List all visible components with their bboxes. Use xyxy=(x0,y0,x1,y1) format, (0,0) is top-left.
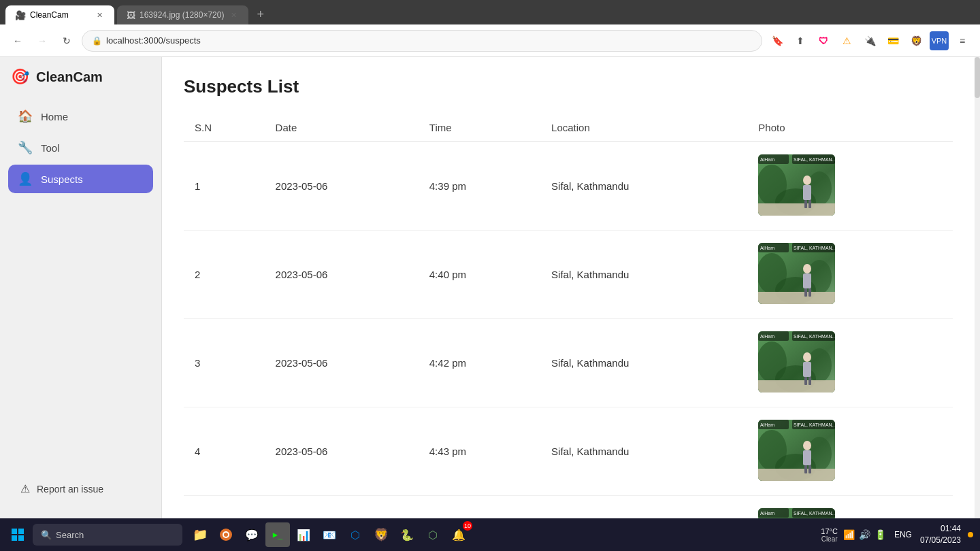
cell-photo[interactable]: AlHam SIFAL, KATHMAN... xyxy=(747,142,953,231)
sidebar-home-label: Home xyxy=(41,111,68,122)
svg-rect-19 xyxy=(758,292,835,304)
tab-close-button[interactable]: ✕ xyxy=(94,10,105,20)
table-row[interactable]: 1 2023-05-06 4:39 pm Sifal, Kathmandu xyxy=(184,142,953,231)
taskbar-explorer-icon[interactable]: 📁 xyxy=(188,522,212,547)
vpn-button[interactable]: VPN xyxy=(930,31,949,50)
cell-photo[interactable]: AlHam SIFAL, KATHMAN... xyxy=(747,407,953,496)
logo-icon: 🎯 xyxy=(11,68,29,86)
weather-widget[interactable]: 17°C Clear xyxy=(821,527,838,543)
address-text: localhost:3000/suspects xyxy=(106,35,201,46)
cell-sn: 5 xyxy=(184,496,265,519)
cell-date: 2023-05-06 xyxy=(265,407,419,496)
back-button[interactable]: ← xyxy=(8,31,27,50)
share-icon[interactable]: ⬆ xyxy=(791,31,810,50)
tab-image[interactable]: 🖼 163924.jpg (1280×720) ✕ xyxy=(117,5,248,24)
tab-label: CleanCam xyxy=(30,10,69,20)
cell-sn: 2 xyxy=(184,231,265,319)
svg-text:AlHam: AlHam xyxy=(760,422,774,427)
taskbar-python-icon[interactable]: 🐍 xyxy=(395,522,419,547)
taskbar-excel-icon[interactable]: 📊 xyxy=(291,522,316,547)
notification-indicator[interactable] xyxy=(968,532,973,537)
home-icon: 🏠 xyxy=(18,109,33,124)
search-icon: 🔍 xyxy=(41,530,52,540)
new-tab-button[interactable]: + xyxy=(251,5,270,24)
taskbar-chat-icon[interactable]: 💬 xyxy=(240,522,264,547)
svg-point-48 xyxy=(803,441,811,450)
cell-location: Sifal, Kathmandu xyxy=(540,142,747,231)
cell-location: Sifal, Kathmandu xyxy=(540,231,747,319)
scrollbar-thumb[interactable] xyxy=(975,57,980,98)
taskbar-brave-icon[interactable]: 🦁 xyxy=(369,522,393,547)
svg-rect-8 xyxy=(804,200,807,208)
taskbar-terminal-icon[interactable]: ▶_ xyxy=(265,522,290,547)
network-icon[interactable]: 📶 xyxy=(843,529,855,540)
address-bar[interactable]: 🔒 localhost:3000/suspects xyxy=(82,30,762,52)
menu-icon[interactable]: ≡ xyxy=(953,31,972,50)
cell-location: Sifal, Kathmandu xyxy=(540,496,747,519)
svg-text:SIFAL, KATHMAN...: SIFAL, KATHMAN... xyxy=(794,157,835,162)
table-row[interactable]: 2 2023-05-06 4:40 pm Sifal, Kathmandu xyxy=(184,231,953,319)
svg-rect-50 xyxy=(804,465,807,473)
header-date: Date xyxy=(265,114,419,142)
cell-photo[interactable]: AlHam SIFAL, KATHMAN... xyxy=(747,496,953,519)
rewards-icon[interactable]: 🦁 xyxy=(906,31,926,50)
app-container: 🎯 CleanCam 🏠 Home 🔧 Tool 👤 Suspects ⚠ Re… xyxy=(0,57,980,518)
cell-date: 2023-05-06 xyxy=(265,496,419,519)
taskbar-vscode-icon[interactable]: ⬡ xyxy=(343,522,368,547)
svg-rect-9 xyxy=(808,200,811,208)
sidebar-item-suspects[interactable]: 👤 Suspects xyxy=(8,165,153,193)
taskbar-search-bar[interactable]: 🔍 Search xyxy=(33,524,182,546)
table-row[interactable]: 5 2023-05-06 4:45 pm Sifal, Kathmandu xyxy=(184,496,953,519)
taskbar-node-icon[interactable]: ⬡ xyxy=(421,522,445,547)
reload-button[interactable]: ↻ xyxy=(57,31,76,50)
svg-text:AlHam: AlHam xyxy=(760,246,774,250)
taskbar: 🔍 Search 📁 💬 ▶_ 📊 📧 ⬡ 🦁 🐍 ⬡ 🔔 10 17°C Cl… xyxy=(0,518,980,551)
sidebar-item-home[interactable]: 🏠 Home xyxy=(8,102,153,131)
scrollbar[interactable] xyxy=(975,57,980,518)
suspects-table: S.N Date Time Location Photo 1 2023-05-0… xyxy=(184,114,953,518)
volume-icon[interactable]: 🔊 xyxy=(859,529,870,540)
tab-favicon-2: 🖼 xyxy=(127,10,135,20)
table-header-row: S.N Date Time Location Photo xyxy=(184,114,953,142)
table-row[interactable]: 4 2023-05-06 4:43 pm Sifal, Kathmandu xyxy=(184,407,953,496)
cell-photo[interactable]: AlHam SIFAL, KATHMAN... xyxy=(747,231,953,319)
taskbar-badge-icon[interactable]: 🔔 10 xyxy=(446,522,471,547)
language-indicator[interactable]: ENG xyxy=(892,530,915,539)
svg-point-34 xyxy=(803,352,811,362)
report-issue-button[interactable]: ⚠ Report an issue xyxy=(11,475,150,502)
sidebar-item-tool[interactable]: 🔧 Tool xyxy=(8,133,153,162)
system-tray: 📶 🔊 🔋 xyxy=(843,529,886,540)
table-row[interactable]: 3 2023-05-06 4:42 pm Sifal, Kathmandu xyxy=(184,319,953,407)
clock-date: 07/05/2023 xyxy=(920,535,961,546)
bookmark-icon[interactable]: 🔖 xyxy=(768,31,787,50)
svg-text:SIFAL, KATHMAN...: SIFAL, KATHMAN... xyxy=(794,334,835,339)
cell-time: 4:42 pm xyxy=(419,319,540,407)
alert-icon[interactable]: ⚠ xyxy=(837,31,856,50)
sidebar: 🎯 CleanCam 🏠 Home 🔧 Tool 👤 Suspects ⚠ Re… xyxy=(0,57,162,518)
cell-photo[interactable]: AlHam SIFAL, KATHMAN... xyxy=(747,319,953,407)
brave-shield-icon[interactable]: 🛡 xyxy=(814,31,833,50)
taskbar-browser2-icon[interactable] xyxy=(214,522,238,547)
svg-point-76 xyxy=(224,533,228,537)
svg-rect-7 xyxy=(803,185,811,200)
main-content: Suspects List S.N Date Time Location Pho… xyxy=(162,57,975,518)
taskbar-mail-icon[interactable]: 📧 xyxy=(317,522,342,547)
svg-rect-72 xyxy=(12,535,17,541)
svg-rect-21 xyxy=(803,273,811,288)
tab-cleancam[interactable]: 🎥 CleanCam ✕ xyxy=(5,5,114,24)
tab-favicon: 🎥 xyxy=(15,10,26,20)
svg-rect-35 xyxy=(803,362,811,377)
temperature: 17°C xyxy=(821,527,838,535)
start-button[interactable] xyxy=(5,522,30,547)
forward-button[interactable]: → xyxy=(33,31,52,50)
battery-icon[interactable]: 🔋 xyxy=(875,529,886,540)
wallet-icon[interactable]: 💳 xyxy=(883,31,902,50)
clock[interactable]: 01:44 07/05/2023 xyxy=(920,523,961,546)
extension-icon[interactable]: 🔌 xyxy=(860,31,879,50)
cell-time: 4:45 pm xyxy=(419,496,540,519)
tool-icon: 🔧 xyxy=(18,140,33,155)
tab-close-button-2[interactable]: ✕ xyxy=(228,10,239,20)
cell-time: 4:43 pm xyxy=(419,407,540,496)
svg-rect-5 xyxy=(758,203,835,216)
report-label: Report an issue xyxy=(37,484,103,495)
